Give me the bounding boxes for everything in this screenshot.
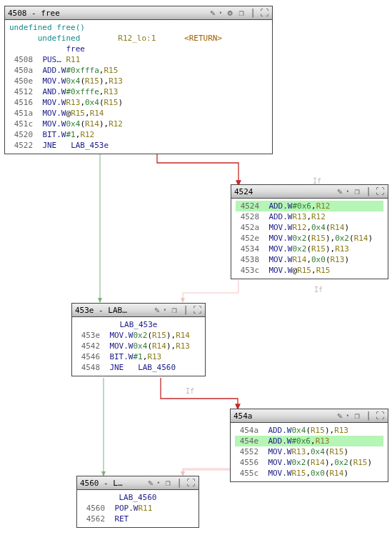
- block-body: 4524 ADD.W#0x6,R12 4528 ADD.WR13,R12 452…: [231, 199, 388, 279]
- sig-reg: R12_lo:1: [118, 34, 156, 43]
- asm-row: 4542 MOV.W0x4(R14),R13: [76, 341, 201, 351]
- expand-icon[interactable]: ⛶: [192, 305, 202, 315]
- divider: |: [248, 8, 258, 18]
- asm-row: 450e MOV.W0x4(R15),R13: [9, 76, 268, 86]
- asm-row: 453e MOV.W0x2(R15),R14: [76, 330, 201, 341]
- block-body: LAB_4560 4560 POP.WR11 4562 RET: [77, 490, 198, 527]
- restore-icon[interactable]: ❐: [236, 8, 246, 18]
- block-title: 453e - LAB…: [75, 306, 151, 315]
- dropdown-icon[interactable]: ▾: [219, 10, 223, 16]
- asm-row: 454a ADD.W0x4(R15),R13: [235, 425, 383, 436]
- asm-row: 4522 JNE LAB_453e: [9, 140, 268, 151]
- sig-line: undefined free(): [9, 23, 85, 32]
- block-title: 4524: [234, 187, 333, 196]
- dropdown-icon[interactable]: ▾: [157, 480, 161, 486]
- asm-row: 451c MOV.W0x4(R14),R12: [9, 119, 268, 129]
- dropdown-icon[interactable]: ▾: [346, 189, 351, 194]
- block-4560[interactable]: 4560 - L… ✎▾ ❐ | ⛶ LAB_4560 4560 POP.WR1…: [76, 476, 199, 528]
- asm-row: 4546 BIT.W#1,R13: [76, 351, 201, 362]
- block-body: 454a ADD.W0x4(R15),R13 454e ADD.W#0x6,R1…: [231, 423, 388, 481]
- divider: |: [363, 411, 373, 421]
- asm-row: 4538 MOV.WR14,0x0(R13): [236, 254, 383, 265]
- asm-row: 4528 ADD.WR13,R12: [236, 211, 383, 222]
- restore-icon[interactable]: ❐: [169, 305, 179, 315]
- edit-icon[interactable]: ✎: [335, 186, 345, 196]
- asm-row: 4548 JNE LAB_4560: [76, 362, 201, 373]
- if-label: If: [186, 387, 194, 395]
- asm-row: 455c MOV.WR15,0x0(R14): [235, 468, 383, 479]
- block-body: LAB_453e 453e MOV.W0x2(R15),R14 4542 MOV…: [72, 317, 205, 376]
- asm-row: 4516 MOV.WR13,0x4(R15): [9, 97, 268, 108]
- block-title: 4508 - free: [8, 9, 206, 18]
- asm-row: 452e MOV.W0x2(R15),0x2(R14): [236, 233, 383, 244]
- block-title: 4560 - L…: [80, 479, 144, 488]
- asm-row: 4562 RET: [81, 514, 194, 524]
- expand-icon[interactable]: ⛶: [259, 8, 269, 18]
- block-body: undefined free() undefined R12_lo:1 <RET…: [5, 20, 272, 154]
- gear-icon[interactable]: ⚙: [225, 8, 235, 18]
- sig-name: free: [66, 44, 85, 54]
- edit-icon[interactable]: ✎: [152, 305, 162, 315]
- asm-row: 4508 PUS… R11: [9, 54, 268, 65]
- edit-icon[interactable]: ✎: [146, 478, 156, 488]
- block-453e[interactable]: 453e - LAB… ✎▾ ❐ | ⛶ LAB_453e 453e MOV.W…: [71, 303, 206, 376]
- asm-row: 4560 POP.WR11: [81, 503, 194, 514]
- dropdown-icon[interactable]: ▾: [164, 307, 168, 313]
- asm-row: 452a MOV.WR12,0x4(R14): [236, 222, 383, 233]
- expand-icon[interactable]: ⛶: [186, 478, 196, 488]
- block-4524[interactable]: 4524 ✎▾ ❐ | ⛶ 4524 ADD.W#0x6,R12 4528 AD…: [231, 184, 388, 279]
- sig-ret: <RETURN>: [184, 34, 222, 43]
- asm-row: 4524 ADD.W#0x6,R12: [236, 201, 383, 211]
- asm-row: 454e ADD.W#0x6,R13: [235, 436, 383, 446]
- asm-row: 4552 MOV.WR13,0x4(R15): [235, 446, 383, 457]
- edit-icon[interactable]: ✎: [335, 411, 345, 421]
- block-label: LAB_453e: [120, 320, 158, 329]
- divider: |: [174, 478, 184, 488]
- asm-row: 4556 MOV.W0x2(R14),0x2(R15): [235, 457, 383, 468]
- asm-row: 4534 MOV.W0x2(R15),R13: [236, 244, 383, 254]
- asm-row: 453c MOV.W@R15,R15: [236, 265, 383, 276]
- block-4508[interactable]: 4508 - free ✎▾ ⚙ ❐ | ⛶ undefined free() …: [4, 6, 273, 154]
- edit-icon[interactable]: ✎: [208, 8, 218, 18]
- restore-icon[interactable]: ❐: [352, 411, 362, 421]
- divider: |: [363, 186, 373, 196]
- expand-icon[interactable]: ⛶: [375, 411, 385, 421]
- block-454a[interactable]: 454a ✎▾ ❐ | ⛶ 454a ADD.W0x4(R15),R13 454…: [230, 409, 388, 482]
- dropdown-icon[interactable]: ▾: [346, 413, 351, 419]
- if-label: If: [314, 286, 323, 294]
- restore-icon[interactable]: ❐: [163, 478, 173, 488]
- block-label: LAB_4560: [119, 493, 157, 502]
- asm-row: 451a MOV.W@R15,R14: [9, 108, 268, 119]
- asm-row: 4520 BIT.W#1,R12: [9, 129, 268, 140]
- expand-icon[interactable]: ⛶: [375, 186, 385, 196]
- sig-type: undefined: [38, 34, 81, 43]
- divider: |: [181, 305, 191, 315]
- asm-row: 4512 AND.W#0xfffe,R13: [9, 86, 268, 97]
- restore-icon[interactable]: ❐: [352, 186, 362, 196]
- block-title: 454a: [233, 411, 333, 421]
- asm-row: 450a ADD.W#0xfffa,R15: [9, 65, 268, 76]
